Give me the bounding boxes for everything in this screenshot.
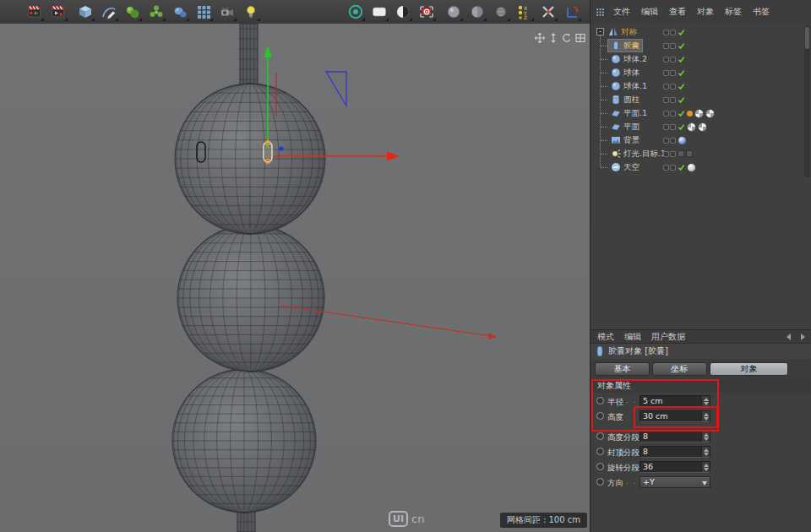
radius-field[interactable]: 5 cm	[640, 395, 710, 407]
object-row-sky[interactable]: 天空	[591, 160, 802, 174]
enabled-check-icon[interactable]	[678, 123, 685, 131]
pan-viewport-icon[interactable]	[535, 33, 545, 43]
object-row-sphere[interactable]: 球体	[591, 66, 802, 79]
material-thumbnail[interactable]	[678, 136, 687, 145]
keyframe-circle-icon[interactable]	[596, 432, 604, 440]
om-menu-edit[interactable]: 编辑	[641, 6, 658, 18]
workplane-icon[interactable]	[537, 1, 559, 23]
visibility-dots[interactable]	[663, 111, 676, 117]
render-contrast-icon[interactable]	[392, 1, 414, 23]
om-menu-tags[interactable]: 标签	[725, 6, 742, 18]
clapperboard-undo-icon[interactable]	[24, 1, 46, 23]
enabled-check-icon[interactable]	[678, 96, 685, 104]
visibility-dots[interactable]	[663, 97, 676, 103]
om-menu-objects[interactable]: 对象	[697, 6, 714, 18]
viewport-canvas[interactable]	[0, 24, 590, 532]
keyframe-circle-icon[interactable]	[596, 412, 604, 420]
object-entry-cylinder[interactable]: 圆柱	[608, 94, 642, 106]
object-entry-sphere-1[interactable]: 球体.1	[608, 80, 650, 92]
object-row-plane[interactable]: 平面	[591, 120, 802, 133]
height-segments-field[interactable]: 8	[640, 431, 710, 442]
light-bulb-icon[interactable]	[240, 1, 262, 23]
om-menu-file[interactable]: 文件	[613, 6, 630, 18]
texture-tag[interactable]	[687, 122, 696, 132]
tab-basic[interactable]: 基本	[595, 362, 650, 376]
visibility-dots[interactable]	[663, 57, 676, 62]
sphere-small-icon[interactable]	[490, 1, 512, 23]
object-entry-sphere[interactable]: 球体	[608, 67, 642, 79]
texture-tag[interactable]	[694, 109, 704, 118]
am-menu-user-data[interactable]: 用户数据	[651, 331, 685, 343]
scroll-thumb[interactable]	[805, 27, 809, 49]
object-row-light-target-1[interactable]: 灯光.目标.1	[591, 147, 802, 160]
keyframe-circle-icon[interactable]	[596, 397, 604, 404]
viewport[interactable]: UI cn 网格间距 : 100 cm	[0, 24, 590, 532]
keyframe-circle-icon[interactable]	[596, 478, 604, 486]
snap-xyz-icon[interactable]: XYZ	[514, 1, 536, 23]
orientation-field[interactable]: +Y	[640, 476, 710, 488]
array-matrix-icon[interactable]	[193, 1, 215, 23]
object-entry-symmetry[interactable]: 对称	[606, 26, 640, 38]
sphere-mesh-bottom[interactable]	[172, 369, 316, 513]
render-view-icon[interactable]	[345, 1, 367, 23]
metaball-blue-icon[interactable]	[169, 1, 191, 23]
rotation-segments-field[interactable]: 36	[640, 461, 710, 473]
texture-tag[interactable]	[705, 109, 715, 118]
object-entry-sky[interactable]: 天空	[608, 161, 642, 173]
stage-camera-icon[interactable]	[216, 1, 238, 23]
height-field[interactable]: 30 cm	[640, 410, 710, 422]
spline-pen-icon[interactable]	[98, 1, 120, 23]
visibility-dots[interactable]	[663, 138, 676, 144]
cap-segments-field[interactable]: 8	[640, 446, 710, 458]
cube-primitive-icon[interactable]	[74, 1, 96, 23]
rotate-viewport-icon[interactable]	[562, 33, 572, 43]
enabled-check-icon[interactable]	[678, 56, 685, 63]
visibility-dots[interactable]	[663, 70, 676, 76]
compositing-tag[interactable]	[687, 111, 693, 117]
enabled-check-icon[interactable]	[678, 164, 685, 171]
object-entry-sphere-2[interactable]: 球体.2	[608, 53, 650, 65]
object-entry-light-target-1[interactable]: 灯光.目标.1	[608, 148, 668, 160]
object-entry-background[interactable]: 背景	[608, 134, 642, 146]
tag-square[interactable]	[686, 150, 693, 157]
toggle-views-icon[interactable]	[575, 33, 585, 43]
nav-forward-icon[interactable]	[801, 334, 805, 340]
capsule-selected[interactable]	[264, 140, 272, 164]
enabled-check-icon[interactable]	[678, 42, 685, 50]
sphere-mesh-middle[interactable]	[177, 225, 324, 372]
om-menu-view[interactable]: 查看	[669, 6, 686, 18]
object-row-plane-1[interactable]: 平面.1	[591, 106, 802, 120]
tag-square[interactable]	[678, 150, 684, 157]
object-entry-plane[interactable]: 平面	[608, 121, 642, 133]
object-row-sphere-1[interactable]: 球体.1	[591, 79, 802, 93]
cloner-green-icon[interactable]	[145, 1, 167, 23]
zoom-viewport-icon[interactable]	[548, 33, 558, 43]
om-menu-bookmarks[interactable]: 书签	[753, 6, 770, 18]
enabled-check-icon[interactable]	[678, 83, 685, 90]
spinner[interactable]	[701, 447, 710, 457]
texture-tag[interactable]	[698, 122, 707, 132]
render-region-icon[interactable]	[368, 1, 390, 23]
object-row-background[interactable]: 背景	[591, 133, 802, 147]
keyframe-circle-icon[interactable]	[596, 448, 604, 455]
axis-rotation-icon[interactable]	[561, 1, 583, 23]
nav-back-icon[interactable]	[787, 334, 791, 340]
tab-object[interactable]: 对象	[710, 362, 788, 376]
object-entry-plane-1[interactable]: 平面.1	[608, 107, 650, 119]
tab-coordinates[interactable]: 坐标	[652, 362, 707, 376]
visibility-dots[interactable]	[663, 165, 676, 171]
am-menu-edit[interactable]: 编辑	[624, 331, 641, 343]
keyframe-circle-icon[interactable]	[596, 463, 604, 470]
panel-grid-icon[interactable]	[596, 8, 605, 17]
am-menu-mode[interactable]: 模式	[597, 331, 614, 343]
spinner[interactable]	[701, 462, 710, 472]
subdivide-green-icon[interactable]	[122, 1, 144, 23]
visibility-dots[interactable]	[663, 124, 676, 130]
visibility-dots[interactable]	[663, 30, 676, 35]
om-scrollbar[interactable]	[804, 25, 810, 177]
enabled-check-icon[interactable]	[678, 29, 685, 36]
material-thumbnail[interactable]	[687, 163, 696, 172]
object-row-symmetry[interactable]: -对称	[591, 25, 802, 39]
spinner[interactable]	[701, 432, 710, 442]
sphere-primitive-icon[interactable]	[443, 1, 465, 23]
